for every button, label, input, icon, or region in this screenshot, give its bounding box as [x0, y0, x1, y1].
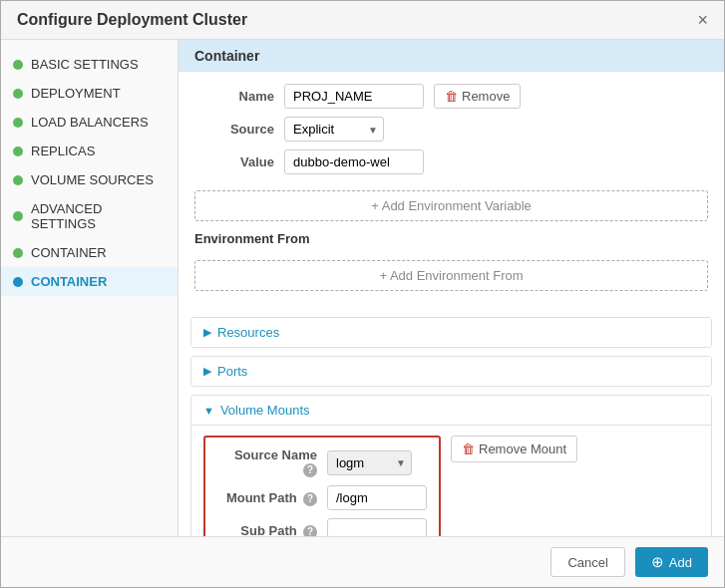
chevron-down-icon: ▼: [203, 405, 214, 417]
dot-icon: [13, 277, 23, 287]
source-name-help-icon[interactable]: ?: [303, 463, 317, 477]
remove-mount-button[interactable]: 🗑 Remove Mount: [451, 436, 577, 462]
source-label: Source: [194, 122, 274, 137]
mount-path-label: Mount Path ?: [217, 490, 317, 506]
remove-button[interactable]: 🗑 Remove: [434, 84, 521, 109]
sidebar: BASIC SETTINGS DEPLOYMENT LOAD BALANCERS…: [1, 40, 179, 536]
sub-path-label: Sub Path ?: [217, 523, 317, 537]
sub-path-row: Sub Path ?: [217, 518, 427, 536]
dot-icon: [13, 211, 23, 221]
volume-mounts-content: Source Name ? logm data config ▼: [191, 425, 711, 536]
sidebar-item-container-2[interactable]: CONTAINER: [1, 267, 178, 296]
add-env-from-button[interactable]: + Add Environment From: [194, 260, 708, 291]
value-input[interactable]: [284, 149, 424, 174]
close-button[interactable]: ×: [697, 11, 708, 29]
modal-body: BASIC SETTINGS DEPLOYMENT LOAD BALANCERS…: [1, 40, 724, 536]
mount-box: Source Name ? logm data config ▼: [203, 436, 441, 536]
source-select-wrapper: Explicit ConfigMap Secret ▼: [284, 117, 384, 142]
mount-row-container: Source Name ? logm data config ▼: [203, 436, 699, 536]
sidebar-item-volume-sources[interactable]: VOLUME SOURCES: [1, 165, 178, 194]
plus-circle-icon: ⊕: [651, 553, 664, 571]
sidebar-item-basic-settings[interactable]: BASIC SETTINGS: [1, 50, 178, 79]
cancel-button[interactable]: Cancel: [550, 547, 624, 577]
ports-label: Ports: [217, 364, 247, 379]
remove-mount-label: Remove Mount: [479, 441, 566, 456]
trash-icon: 🗑: [462, 441, 475, 456]
source-name-select-wrapper: logm data config ▼: [327, 450, 412, 475]
main-content: Container Name 🗑 Remove Source: [179, 40, 724, 536]
trash-icon: 🗑: [445, 89, 458, 104]
env-from-label: Environment From: [194, 229, 708, 252]
name-row: Name 🗑 Remove: [194, 84, 708, 109]
form-area: Name 🗑 Remove Source Explicit ConfigMap: [179, 84, 724, 309]
ports-section: ▶ Ports: [190, 356, 712, 387]
add-label: Add: [669, 555, 692, 570]
sidebar-item-label: REPLICAS: [31, 144, 95, 158]
name-input[interactable]: [284, 84, 424, 109]
sidebar-item-advanced-settings[interactable]: ADVANCED SETTINGS: [1, 194, 178, 238]
dot-icon: [13, 60, 23, 70]
sidebar-item-label: CONTAINER: [31, 274, 107, 289]
sidebar-item-label: CONTAINER: [31, 245, 107, 260]
modal-footer: Cancel ⊕ Add: [1, 536, 724, 587]
value-row: Value: [194, 149, 708, 174]
sidebar-item-label: ADVANCED SETTINGS: [31, 201, 166, 231]
source-name-select[interactable]: logm data config: [327, 450, 412, 475]
source-row: Source Explicit ConfigMap Secret ▼: [194, 117, 708, 142]
mount-path-help-icon[interactable]: ?: [303, 492, 317, 506]
sidebar-item-container-1[interactable]: CONTAINER: [1, 238, 178, 267]
dot-icon: [13, 248, 23, 258]
chevron-right-icon: ▶: [203, 365, 211, 378]
dot-icon: [13, 175, 23, 185]
dot-icon: [13, 147, 23, 156]
resources-section: ▶ Resources: [190, 317, 712, 348]
configure-deployment-modal: Configure Deployment Cluster × BASIC SET…: [0, 0, 725, 588]
sidebar-item-label: LOAD BALANCERS: [31, 115, 149, 130]
volume-mounts-section: ▼ Volume Mounts Source Name ?: [190, 395, 712, 536]
sidebar-item-deployment[interactable]: DEPLOYMENT: [1, 79, 178, 108]
mount-path-row: Mount Path ?: [217, 485, 427, 510]
ports-header[interactable]: ▶ Ports: [191, 357, 711, 386]
sidebar-item-label: DEPLOYMENT: [31, 86, 121, 101]
sidebar-item-load-balancers[interactable]: LOAD BALANCERS: [1, 108, 178, 137]
value-label: Value: [194, 154, 274, 169]
chevron-right-icon: ▶: [203, 326, 211, 339]
resources-label: Resources: [217, 325, 279, 340]
resources-header[interactable]: ▶ Resources: [191, 318, 711, 347]
modal-title: Configure Deployment Cluster: [17, 11, 247, 29]
dot-icon: [13, 89, 23, 99]
section-header: Container: [179, 40, 724, 72]
name-label: Name: [194, 89, 274, 104]
add-button[interactable]: ⊕ Add: [635, 547, 708, 577]
remove-label: Remove: [462, 89, 510, 104]
source-name-label: Source Name ?: [217, 447, 317, 477]
sidebar-item-label: BASIC SETTINGS: [31, 57, 139, 72]
volume-mounts-label: Volume Mounts: [220, 403, 310, 418]
add-env-variable-button[interactable]: + Add Environment Variable: [194, 190, 708, 221]
sidebar-item-replicas[interactable]: REPLICAS: [1, 137, 178, 165]
modal-header: Configure Deployment Cluster ×: [1, 1, 724, 40]
sub-path-help-icon[interactable]: ?: [303, 525, 317, 537]
sub-path-input[interactable]: [327, 518, 427, 536]
sidebar-item-label: VOLUME SOURCES: [31, 172, 154, 187]
dot-icon: [13, 118, 23, 128]
volume-mounts-header[interactable]: ▼ Volume Mounts: [191, 396, 711, 425]
source-select[interactable]: Explicit ConfigMap Secret: [284, 117, 384, 142]
source-name-row: Source Name ? logm data config ▼: [217, 447, 427, 477]
mount-path-input[interactable]: [327, 485, 427, 510]
